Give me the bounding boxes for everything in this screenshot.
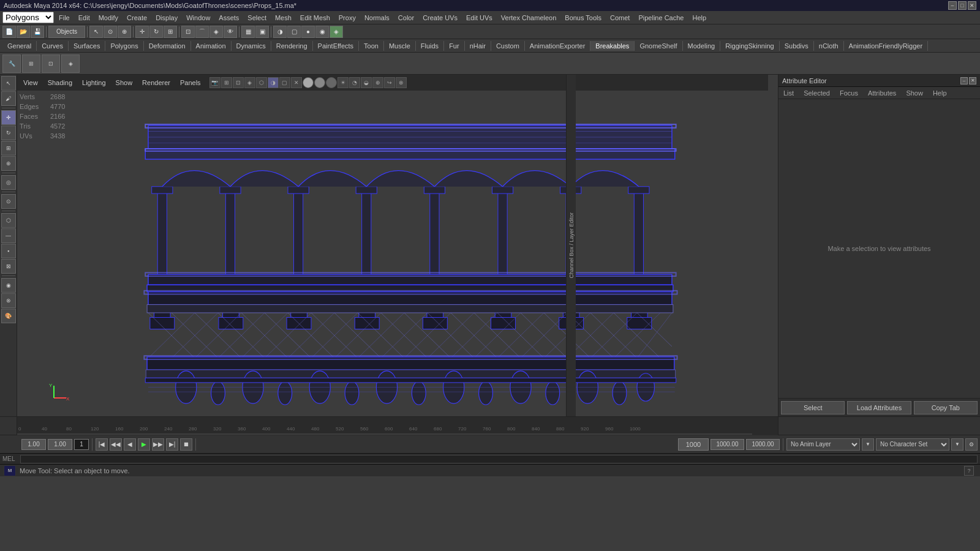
show-manip-btn[interactable]: ⊙ [1, 194, 16, 209]
vp-view-menu[interactable]: View [20, 78, 42, 87]
soft-sel-btn[interactable]: ◎ [1, 175, 16, 190]
channel-box-label[interactable]: Channel Box / Layer Editor [568, 212, 575, 279]
step-forward-button[interactable]: ▶▶ [152, 438, 164, 451]
vp-icon-shadow[interactable]: ☀ [337, 77, 349, 88]
shelf-tab-fluids[interactable]: Fluids [416, 41, 444, 51]
attr-editor-close[interactable]: ✕ [969, 77, 976, 84]
shelf-tab-breakables[interactable]: Breakables [590, 41, 635, 51]
timeline-ruler[interactable]: 0 40 80 120 160 200 240 280 320 360 400 … [17, 417, 778, 435]
stop-button[interactable]: ⏹ [180, 438, 192, 451]
lasso-paint-btn[interactable]: ⊗ [1, 293, 16, 308]
vp-icon-light2[interactable] [314, 77, 325, 88]
go-end-button[interactable]: ▶| [166, 438, 178, 451]
vp-show-menu[interactable]: Show [112, 78, 137, 87]
shelf-icon-4[interactable]: ◈ [61, 54, 80, 73]
menu-proxy[interactable]: Proxy [335, 13, 360, 23]
play-back-button[interactable]: ◀ [124, 438, 136, 451]
vp-icon-ssr[interactable]: ◒ [361, 77, 372, 88]
menu-color[interactable]: Color [394, 13, 418, 23]
ipr-button[interactable]: ▣ [255, 26, 269, 38]
shelf-tab-nhair[interactable]: nHair [465, 41, 491, 51]
vp-icon-x[interactable]: ✕ [291, 77, 302, 88]
maximize-button[interactable]: □ [958, 1, 967, 10]
help-line-icon[interactable]: ? [964, 466, 974, 476]
snap-curve[interactable]: ⌒ [195, 26, 209, 38]
vp-icon-hud[interactable]: ⊡ [233, 77, 244, 88]
ae-tab-help[interactable]: Help [930, 89, 949, 97]
shelf-tab-animexporter[interactable]: AnimationExporter [525, 41, 591, 51]
ae-select-button[interactable]: Select [781, 401, 845, 414]
menu-bonus-tools[interactable]: Bonus Tools [561, 13, 605, 23]
rotate-mode-btn[interactable]: ↻ [1, 126, 16, 140]
mini-frame-input[interactable] [74, 439, 89, 450]
viewport-area[interactable]: View Shading Lighting Show Renderer Pane… [17, 75, 768, 416]
menu-normals[interactable]: Normals [361, 13, 393, 23]
char-set-arrow[interactable]: ▼ [951, 438, 963, 451]
shelf-tab-custom[interactable]: Custom [491, 41, 525, 51]
scale-mode-btn[interactable]: ⊞ [1, 141, 16, 156]
shelf-tab-surfaces[interactable]: Surfaces [69, 41, 105, 51]
step-back-button[interactable]: ◀◀ [110, 438, 122, 451]
vp-icon-obj[interactable]: ◈ [244, 77, 255, 88]
vp-panels-menu[interactable]: Panels [176, 78, 205, 87]
preferences-button[interactable]: ⚙ [965, 438, 978, 451]
display-mode4[interactable]: ◈ [330, 26, 343, 38]
display-wire[interactable]: ▢ [287, 26, 301, 38]
menu-edit-mesh[interactable]: Edit Mesh [296, 13, 334, 23]
shelf-tab-rendering[interactable]: Rendering [271, 41, 313, 51]
save-scene-button[interactable]: 💾 [31, 26, 44, 38]
snap-point[interactable]: ◈ [209, 26, 223, 38]
shelf-tab-riggingskinning[interactable]: RiggingSkinning [720, 41, 780, 51]
shelf-tab-toon[interactable]: Toon [359, 41, 384, 51]
range-end-input[interactable] [48, 439, 72, 450]
vp-icon-shade[interactable]: ◑ [268, 77, 279, 88]
vp-icon-wire[interactable]: ▢ [279, 77, 290, 88]
shelf-tab-fur[interactable]: Fur [444, 41, 465, 51]
shelf-tab-muscle[interactable]: Muscle [384, 41, 416, 51]
shelf-icon-1[interactable]: 🔧 [2, 54, 21, 73]
ae-tab-show[interactable]: Show [903, 89, 925, 97]
ae-tab-attributes[interactable]: Attributes [865, 89, 899, 97]
menu-file[interactable]: File [55, 13, 74, 23]
new-scene-button[interactable]: 📄 [2, 26, 16, 38]
paint-sel-tool[interactable]: ⊕ [118, 26, 131, 38]
menu-comet[interactable]: Comet [606, 13, 633, 23]
shelf-tab-polygons[interactable]: Polygons [105, 41, 143, 51]
menu-select[interactable]: Select [244, 13, 270, 23]
menu-window[interactable]: Window [183, 13, 214, 23]
vp-icon-gpu[interactable]: ⊗ [396, 77, 407, 88]
vp-shading-menu[interactable]: Shading [44, 78, 76, 87]
close-button[interactable]: ✕ [968, 1, 976, 10]
shelf-tab-modeling[interactable]: Modeling [683, 41, 721, 51]
cluster-btn[interactable]: ◉ [1, 278, 16, 293]
shelf-tab-animfriendly[interactable]: AnimationFriendlyRigger [844, 41, 928, 51]
move-mode-btn[interactable]: ✛ [1, 110, 16, 125]
shelf-tab-dynamics[interactable]: Dynamics [232, 41, 271, 51]
go-start-button[interactable]: |◀ [96, 438, 108, 451]
move-tool[interactable]: ✛ [135, 26, 149, 38]
display-smooth2[interactable]: ◉ [315, 26, 329, 38]
open-scene-button[interactable]: 📂 [17, 26, 30, 38]
artisan-btn[interactable]: 🎨 [1, 309, 16, 323]
uv-btn[interactable]: ⊠ [1, 259, 16, 274]
rotate-tool[interactable]: ↻ [149, 26, 163, 38]
ae-tab-focus[interactable]: Focus [837, 89, 861, 97]
mel-input[interactable] [20, 455, 978, 463]
vp-icon-motion[interactable]: ↪ [384, 77, 395, 88]
vp-icon-light3[interactable] [326, 77, 337, 88]
anim-end-input[interactable] [746, 439, 780, 450]
menu-create[interactable]: Create [123, 13, 151, 23]
vp-lighting-menu[interactable]: Lighting [78, 78, 110, 87]
ae-copy-tab-button[interactable]: Copy Tab [914, 401, 978, 414]
menu-edit[interactable]: Edit [75, 13, 94, 23]
play-forward-button[interactable]: ▶ [138, 438, 150, 451]
vp-icon-dof[interactable]: ⊕ [372, 77, 383, 88]
mode-selector[interactable]: Polygons Surfaces Dynamics Rendering Ani… [2, 12, 54, 23]
menu-pipeline-cache[interactable]: Pipeline Cache [635, 13, 687, 23]
ae-tab-selected[interactable]: Selected [801, 89, 832, 97]
menu-vertex-chameleon[interactable]: Vertex Chameleon [497, 13, 560, 23]
shelf-tab-ncloth[interactable]: nCloth [814, 41, 844, 51]
vp-icon-light1[interactable] [303, 77, 314, 88]
shelf-icon-2[interactable]: ⊞ [22, 54, 40, 73]
objects-button[interactable]: Objects [48, 26, 85, 38]
